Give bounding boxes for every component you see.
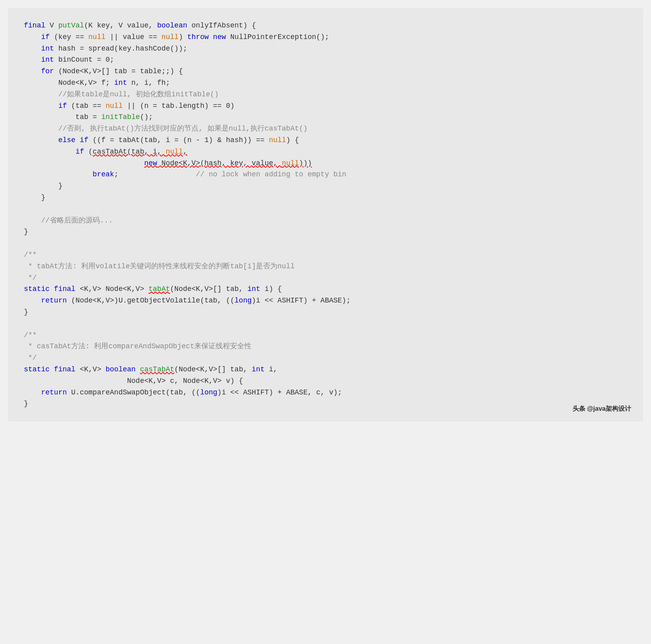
code-line: new Node<K,V>(hash, key, value, null))) [24, 158, 627, 169]
code-line: } [24, 226, 627, 238]
code-line: if (tab == null || (n = tab.length) == 0… [24, 100, 627, 112]
code-line: if (casTabAt(tab, i, null, [24, 146, 627, 158]
code-line: } [24, 192, 627, 203]
code-line: final V putVal(K key, V value, boolean o… [24, 20, 627, 31]
code-line [24, 203, 627, 215]
code-line: else if ((f = tabAt(tab, i = (n - 1) & h… [24, 135, 627, 146]
code-line: } [24, 306, 627, 318]
code-line: int hash = spread(key.hashCode()); [24, 43, 627, 55]
code-line: tab = initTable(); [24, 111, 627, 123]
code-line: //如果table是null, 初始化数组initTable() [24, 89, 627, 100]
code-line: static final <K,V> boolean casTabAt(Node… [24, 364, 627, 375]
code-line: for (Node<K,V>[] tab = table;;) { [24, 66, 627, 77]
code-line: */ [24, 272, 627, 284]
code-line: } [24, 180, 627, 192]
code-line: static final <K,V> Node<K,V> tabAt(Node<… [24, 283, 627, 295]
code-line: break; // no lock when adding to empty b… [24, 169, 627, 180]
code-line: * casTabAt方法: 利用compareAndSwapObject来保证线… [24, 341, 627, 352]
code-line: /** [24, 249, 627, 261]
code-line: Node<K,V> c, Node<K,V> v) { [24, 375, 627, 387]
code-block: final V putVal(K key, V value, boolean o… [8, 8, 643, 422]
code-line: /** [24, 330, 627, 341]
code-line [24, 238, 627, 249]
code-line: return U.compareAndSwapObject(tab, ((lon… [24, 387, 627, 398]
code-line: Node<K,V> f; int n, i, fh; [24, 77, 627, 89]
code-line: * tabAt方法: 利用volatile关键词的特性来线程安全的判断tab[i… [24, 261, 627, 272]
code-line: //否则, 执行tabAt()方法找到对应的节点, 如果是null,执行casT… [24, 123, 627, 135]
code-line: return (Node<K,V>)U.getObjectVolatile(ta… [24, 295, 627, 306]
code-line: //省略后面的源码... [24, 215, 627, 226]
code-line [24, 318, 627, 330]
watermark: 头条 @java架构设计 [573, 404, 631, 414]
code-line: } [24, 398, 627, 410]
code-line: if (key == null || value == null) throw … [24, 31, 627, 43]
code-line: int binCount = 0; [24, 54, 627, 66]
code-line: */ [24, 352, 627, 364]
